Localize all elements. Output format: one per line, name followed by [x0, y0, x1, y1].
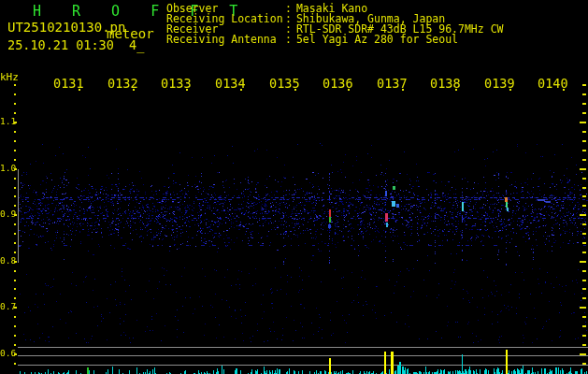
info-separator: :	[285, 33, 292, 46]
x-axis-label-0133: 0133	[161, 78, 192, 91]
hrofft-window: H R O F F T UT2510210130.pn meteor 25.10…	[0, 0, 588, 374]
info-row-receiving-antenna: Receiving Antenna:5el Yagi Az 280 for Se…	[166, 35, 504, 45]
x-axis-label-0140: 0140	[538, 78, 568, 91]
y-axis-label-0.9: 0.9	[0, 209, 16, 219]
x-axis-label-0135: 0135	[269, 78, 300, 91]
station-info-block: Observer:Masaki Kano Receiving Location:…	[166, 4, 504, 45]
info-value: 5el Yagi Az 280 for Seoul	[296, 33, 458, 46]
x-axis-label-0134: 0134	[215, 78, 246, 91]
x-axis-label-0136: 0136	[323, 78, 353, 91]
x-axis-label-0137: 0137	[377, 78, 408, 91]
y-axis-unit: kHz	[0, 72, 19, 82]
y-axis-label-0.6: 0.6	[0, 349, 16, 358]
y-axis-label-1.1: 1.1	[0, 117, 16, 126]
x-axis-label-0131: 0131	[53, 78, 84, 91]
x-axis-label-0132: 0132	[108, 78, 138, 91]
spectrogram-canvas	[0, 0, 588, 374]
y-axis-label-0.7: 0.7	[0, 302, 16, 311]
x-axis-label-0138: 0138	[430, 78, 461, 91]
info-label: Receiving Antenna	[166, 35, 285, 45]
y-axis-label-0.8: 0.8	[0, 256, 16, 266]
observation-datetime: 25.10.21 01:30	[7, 39, 114, 52]
echo-counter: 4_	[129, 39, 144, 52]
y-axis-label-1.0: 1.0	[0, 164, 16, 173]
x-axis-label-0139: 0139	[484, 78, 515, 91]
